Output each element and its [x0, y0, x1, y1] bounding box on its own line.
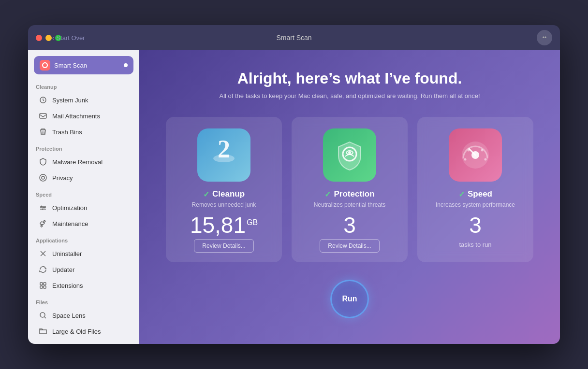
user-avatar[interactable]: •• [537, 30, 552, 45]
folder-icon [39, 327, 47, 336]
smart-scan-dot [124, 63, 128, 67]
protection-label: ✓ Protection [324, 189, 374, 199]
svg-point-6 [41, 206, 43, 207]
close-button[interactable] [36, 35, 42, 41]
privacy-icon [39, 173, 47, 182]
sidebar: Smart Scan Cleanup System Junk [28, 50, 139, 344]
minimize-button[interactable] [45, 35, 52, 41]
sidebar-item-trash-bins[interactable]: Trash Bins [31, 124, 136, 140]
optimization-icon [39, 203, 47, 212]
maintenance-icon [39, 219, 47, 228]
speed-card: ✓ Speed Increases system performance 3 t… [417, 117, 533, 262]
maintenance-label: Maintenance [52, 220, 88, 227]
sidebar-item-mail-attachments[interactable]: Mail Attachments [31, 108, 136, 124]
space-lens-label: Space Lens [52, 312, 86, 319]
privacy-label: Privacy [52, 174, 73, 182]
malware-icon [39, 157, 47, 166]
protection-value: 3 [343, 214, 356, 236]
svg-point-26 [485, 158, 487, 161]
app-window: ‹ Start Over Smart Scan •• Smart Scan [28, 25, 560, 344]
protection-review-button[interactable]: Review Details... [320, 239, 379, 253]
smart-scan-label: Smart Scan [54, 62, 87, 69]
uninstaller-icon [39, 249, 47, 258]
space-lens-icon [39, 311, 47, 320]
svg-point-15 [40, 312, 45, 317]
svg-point-8 [42, 209, 44, 210]
svg-rect-14 [44, 286, 46, 288]
main-subtitle: All of the tasks to keep your Mac clean,… [219, 92, 480, 99]
sidebar-item-shredder[interactable]: Shredder [31, 340, 136, 344]
svg-point-2 [42, 176, 44, 179]
sidebar-item-maintenance[interactable]: Maintenance [31, 216, 136, 231]
sidebar-item-optimization[interactable]: Optimization [31, 200, 136, 215]
content-area: Smart Scan Cleanup System Junk [28, 50, 560, 344]
speed-label: ✓ Speed [458, 189, 492, 199]
large-old-files-label: Large & Old Files [52, 328, 101, 335]
cleanup-review-button[interactable]: Review Details... [194, 239, 253, 253]
shredder-label: Shredder [52, 344, 78, 344]
updater-icon [39, 265, 47, 274]
cleanup-desc: Removes unneeded junk [192, 201, 256, 208]
system-junk-label: System Junk [52, 97, 88, 104]
svg-text:2: 2 [218, 138, 230, 163]
svg-point-7 [44, 207, 45, 209]
svg-rect-12 [44, 283, 46, 285]
mail-icon [39, 112, 47, 120]
sidebar-item-space-lens[interactable]: Space Lens [31, 308, 136, 323]
svg-rect-1 [40, 114, 46, 118]
malware-removal-label: Malware Removal [52, 158, 103, 166]
cleanup-check-icon: ✓ [203, 190, 209, 199]
speed-card-icon [449, 128, 502, 182]
back-label: Start Over [56, 34, 85, 42]
speed-section-label: Speed [28, 186, 139, 199]
svg-point-21 [348, 151, 351, 154]
run-button[interactable]: Run [330, 280, 369, 318]
speed-tasks-label: tasks to run [459, 241, 491, 248]
optimization-label: Optimization [52, 204, 87, 212]
updater-label: Updater [52, 266, 74, 273]
svg-rect-11 [40, 283, 43, 285]
system-junk-icon [39, 96, 47, 104]
extensions-icon [39, 281, 47, 290]
main-title: Alright, here’s what I’ve found. [237, 70, 462, 87]
speed-check-icon: ✓ [458, 190, 465, 199]
trash-icon [39, 128, 47, 136]
cleanup-card: 2 ✓ Cleanup Removes unneeded junk 15,81G… [166, 117, 282, 262]
sidebar-item-system-junk[interactable]: System Junk [31, 92, 136, 108]
cleanup-section-label: Cleanup [28, 78, 139, 92]
main-content: Alright, here’s what I’ve found. All of … [139, 50, 560, 344]
speed-desc: Increases system performance [436, 201, 515, 208]
sidebar-item-updater[interactable]: Updater [31, 262, 136, 277]
cleanup-card-icon: 2 [197, 128, 250, 182]
applications-section-label: Applications [28, 232, 139, 245]
protection-check-icon: ✓ [324, 190, 331, 199]
sidebar-item-malware-removal[interactable]: Malware Removal [31, 154, 136, 170]
sidebar-item-uninstaller[interactable]: Uninstaller [31, 246, 136, 261]
chevron-left-icon: ‹ [52, 34, 54, 42]
mail-attachments-label: Mail Attachments [52, 113, 100, 120]
svg-point-25 [464, 158, 467, 161]
svg-line-16 [44, 317, 46, 318]
protection-card-icon [323, 128, 376, 182]
sidebar-item-privacy[interactable]: Privacy [31, 170, 136, 185]
sidebar-item-large-old-files[interactable]: Large & Old Files [31, 324, 136, 339]
svg-point-28 [481, 149, 484, 152]
svg-rect-13 [40, 286, 43, 288]
cards-row: 2 ✓ Cleanup Removes unneeded junk 15,81G… [166, 117, 533, 262]
cleanup-label: ✓ Cleanup [203, 189, 245, 199]
extensions-label: Extensions [52, 282, 83, 289]
svg-point-27 [468, 149, 470, 152]
smart-scan-icon [40, 60, 50, 71]
sidebar-item-extensions[interactable]: Extensions [31, 278, 136, 293]
sidebar-item-smart-scan[interactable]: Smart Scan [34, 56, 133, 74]
back-button[interactable]: ‹ Start Over [52, 34, 85, 42]
files-section-label: Files [28, 294, 139, 307]
protection-card: ✓ Protection Neutralizes potential threa… [292, 117, 408, 262]
speed-value: 3 [469, 214, 482, 236]
cleanup-value: 15,81GB [190, 214, 258, 236]
window-title: Smart Scan [276, 34, 311, 42]
uninstaller-label: Uninstaller [52, 250, 82, 257]
protection-desc: Neutralizes potential threats [314, 201, 386, 208]
trash-bins-label: Trash Bins [52, 128, 82, 136]
protection-section-label: Protection [28, 140, 139, 154]
